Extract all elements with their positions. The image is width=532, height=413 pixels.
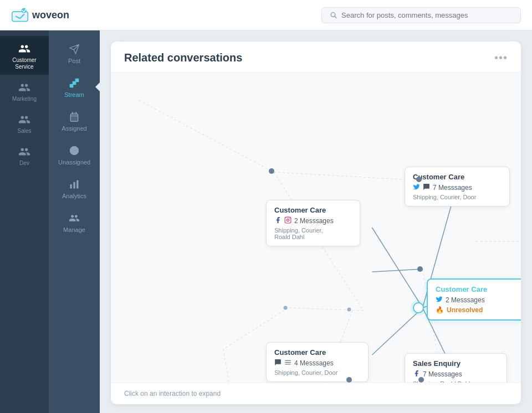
- node-bot-right-title: Sales Enquiry: [413, 359, 499, 368]
- search-icon: [330, 11, 337, 19]
- logo: woveon: [11, 7, 69, 23]
- svg-line-33: [372, 269, 422, 272]
- dev-icon: [18, 146, 30, 158]
- svg-rect-0: [12, 12, 28, 22]
- active-indicator: [95, 82, 100, 91]
- node-center-right-meta: 2 Messsages: [436, 296, 521, 304]
- nav-item-analytics[interactable]: Analytics: [49, 171, 100, 205]
- nav-label-stream: Stream: [64, 91, 84, 98]
- node-center-right-messages: 2 Messsages: [446, 296, 485, 304]
- svg-line-14: [139, 100, 274, 172]
- conversations-card: Related conversations •••: [111, 42, 521, 404]
- nav-item-assigned[interactable]: Assigned: [49, 104, 100, 137]
- sidebar-item-customer-service[interactable]: CustomerService: [0, 36, 49, 75]
- sidebar-item-dev[interactable]: Dev: [0, 139, 49, 171]
- node-mid-left-tags: Shipping, Courier,Roald Dahl: [274, 227, 352, 240]
- instagram-icon: [284, 216, 291, 225]
- nav-label-post: Post: [68, 58, 80, 64]
- card-header: Related conversations •••: [111, 42, 521, 73]
- nav-item-post[interactable]: Post: [49, 36, 100, 70]
- svg-point-35: [287, 219, 289, 221]
- center-node[interactable]: [413, 302, 424, 313]
- sidebar-second: Post Stream Assigned: [49, 30, 100, 413]
- search-bar[interactable]: [321, 7, 521, 23]
- nav-item-unassigned[interactable]: Unassigned: [49, 137, 100, 171]
- chat-icon-1: [423, 183, 430, 192]
- dot-node-4: [347, 308, 351, 312]
- dot-node-5: [284, 306, 288, 310]
- sales-icon: [18, 113, 30, 126]
- node-mid-left[interactable]: Customer Care 2 Messsages Shipping, Cour…: [266, 200, 360, 246]
- footer-hint: Click on an interaction to expand: [124, 390, 221, 397]
- svg-line-31: [372, 308, 422, 355]
- sidebar-item-sales[interactable]: Sales: [0, 107, 49, 139]
- node-top-right-meta: 7 Messsages: [413, 183, 502, 192]
- svg-rect-12: [73, 182, 75, 189]
- twitter-icon: [413, 183, 420, 192]
- node-bot-left-meta: 4 Messsages: [274, 359, 360, 368]
- node-bot-right-meta: 7 Messsages: [413, 370, 499, 379]
- logo-icon: [11, 7, 29, 23]
- nav-item-stream[interactable]: Stream: [49, 70, 100, 104]
- sidebar-label-sales: Sales: [17, 128, 31, 135]
- nav-label-unassigned: Unassigned: [58, 159, 90, 166]
- svg-line-16: [274, 172, 423, 180]
- assigned-icon: [69, 111, 80, 122]
- dot-node-7: [346, 377, 352, 383]
- node-top-right-title: Customer Care: [413, 173, 502, 181]
- fire-icon: 🔥: [436, 306, 444, 314]
- svg-line-18: [288, 308, 364, 311]
- node-center-right-status: 🔥 Unresolved: [436, 306, 521, 314]
- card-title: Related conversations: [124, 51, 242, 64]
- svg-rect-34: [285, 217, 291, 223]
- node-center-right[interactable]: Customer Care 2 Messsages 🔥 Unresolved: [427, 278, 521, 321]
- svg-rect-13: [76, 180, 78, 189]
- marketing-icon: [18, 81, 30, 94]
- twitter-icon-2: [436, 296, 443, 304]
- sidebar-label-marketing: Marketing: [12, 96, 37, 102]
- topbar: woveon: [0, 0, 532, 30]
- nav-label-assigned: Assigned: [62, 125, 86, 132]
- chat-icon-2: [274, 359, 282, 368]
- card-footer: Click on an interaction to expand: [111, 383, 521, 404]
- node-bot-left-tags: Shipping, Courier, Door: [274, 369, 360, 376]
- svg-point-36: [289, 218, 290, 219]
- svg-rect-11: [70, 184, 72, 189]
- post-icon: [69, 44, 80, 55]
- list-icon: [284, 359, 291, 368]
- node-bot-left[interactable]: Customer Care 4 Messsages Shipping, Cour…: [266, 342, 369, 382]
- logo-text: woveon: [32, 9, 69, 21]
- manage-icon: [69, 213, 80, 224]
- svg-line-26: [223, 349, 237, 383]
- node-top-right[interactable]: Customer Care 7 Messsages Shipping, Cour…: [405, 167, 510, 206]
- node-top-right-messages: 7 Messsages: [433, 184, 472, 192]
- dot-node-3: [417, 266, 423, 272]
- svg-rect-6: [75, 79, 79, 82]
- node-bot-left-title: Customer Care: [274, 348, 360, 357]
- node-bot-right-tags: Shipping, Roald Dahl: [413, 380, 499, 383]
- nav-label-manage: Manage: [63, 226, 85, 233]
- dot-node-1: [269, 168, 274, 174]
- unresolved-label: Unresolved: [447, 306, 483, 314]
- fb-icon-1: [274, 216, 282, 225]
- content-area: Related conversations •••: [100, 30, 532, 413]
- unassigned-icon: [69, 145, 80, 156]
- dot-node-6: [418, 377, 424, 383]
- dot-node-2: [416, 177, 422, 182]
- main-layout: CustomerService Marketing Sales Dev Post: [0, 30, 532, 413]
- node-bot-right-messages: 7 Messsages: [423, 370, 462, 378]
- node-mid-left-messages: 2 Messsages: [294, 217, 334, 225]
- nav-label-analytics: Analytics: [62, 193, 86, 199]
- node-top-right-tags: Shipping, Courier, Door: [413, 194, 502, 200]
- node-bot-left-messages: 4 Messsages: [294, 359, 334, 367]
- node-center-right-title: Customer Care: [436, 285, 521, 293]
- node-mid-left-title: Customer Care: [274, 206, 352, 214]
- svg-line-3: [335, 16, 336, 18]
- sidebar-item-marketing[interactable]: Marketing: [0, 75, 49, 107]
- graph-area: Customer Care 7 Messsages Shipping, Cour…: [111, 73, 521, 383]
- sidebar-label-customer-service: CustomerService: [12, 57, 36, 70]
- stream-icon: [69, 78, 80, 89]
- more-button[interactable]: •••: [494, 51, 508, 64]
- search-input[interactable]: [341, 11, 513, 19]
- nav-item-manage[interactable]: Manage: [49, 205, 100, 239]
